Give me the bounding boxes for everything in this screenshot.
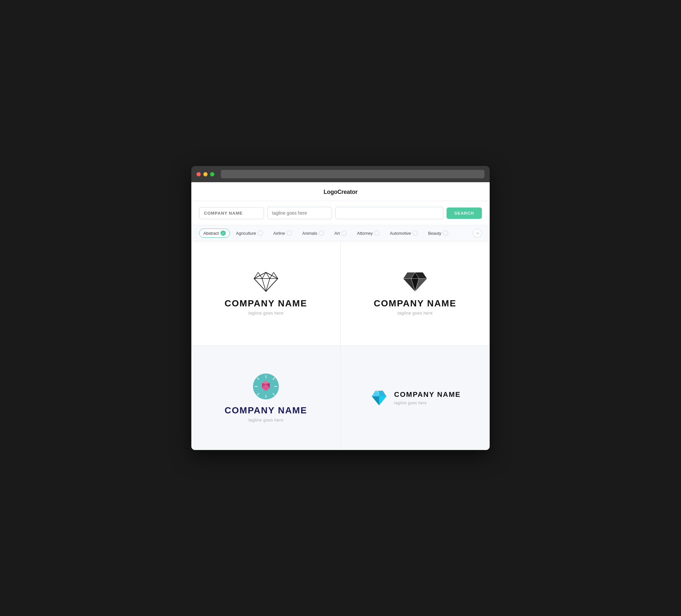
filter-label-airline: Airline [273, 231, 285, 236]
filter-label-automotive: Automotive [390, 231, 411, 236]
app-title: LogoCreator [324, 189, 358, 195]
filter-label-abstract: Abstract [203, 231, 219, 236]
blue-diamond-icon [369, 389, 389, 407]
app-header: LogoCreator [191, 182, 490, 201]
filter-chip-animals[interactable]: Animals [298, 229, 328, 238]
svg-marker-0 [254, 272, 278, 291]
logo4-inline-container: COMPANY NAME tagline goes here [369, 389, 460, 407]
logo-card-1[interactable]: COMPANY NAME tagline goes here [192, 241, 340, 345]
app-body: LogoCreator SEARCH Abstract ✓ Agricultur… [191, 182, 490, 450]
filter-chip-automotive[interactable]: Automotive [385, 229, 422, 238]
logo-card-2[interactable]: COMPANY NAME tagline goes here [341, 241, 489, 345]
filter-label-animals: Animals [302, 231, 317, 236]
logo1-company-name: COMPANY NAME [225, 298, 307, 309]
logo4-tagline: tagline goes here [394, 401, 460, 405]
logo3-company-name: COMPANY NAME [225, 405, 307, 416]
logo2-tagline: tagline goes here [398, 311, 433, 315]
minimize-button-icon[interactable] [203, 172, 207, 176]
check-icon-automotive [412, 231, 418, 236]
check-icon-art [342, 231, 347, 236]
extra-input[interactable] [335, 207, 443, 219]
address-bar[interactable] [221, 170, 484, 178]
filter-next-arrow[interactable]: → [473, 229, 482, 238]
gem-sparkle-svg [253, 374, 279, 400]
gem-circle-icon [253, 374, 279, 400]
svg-marker-35 [372, 396, 379, 405]
logo3-tagline: tagline goes here [248, 417, 283, 422]
logo4-text-container: COMPANY NAME tagline goes here [394, 390, 460, 405]
svg-line-4 [258, 272, 262, 279]
browser-window: LogoCreator SEARCH Abstract ✓ Agricultur… [191, 166, 490, 450]
filter-label-beauty: Beauty [428, 231, 441, 236]
logo-card-4[interactable]: COMPANY NAME tagline goes here [341, 346, 489, 450]
svg-line-5 [270, 272, 274, 279]
filter-chip-attorney[interactable]: Attorney [353, 229, 384, 238]
company-name-input[interactable] [199, 207, 264, 219]
logo-card-3[interactable]: COMPANY NAME tagline goes here [192, 346, 340, 450]
filter-label-attorney: Attorney [357, 231, 373, 236]
search-bar: SEARCH [191, 201, 490, 225]
check-icon-beauty [443, 231, 448, 236]
close-button-icon[interactable] [197, 172, 201, 176]
filter-chip-abstract[interactable]: Abstract ✓ [199, 229, 230, 238]
svg-marker-36 [379, 396, 386, 405]
check-icon-attorney [374, 231, 379, 236]
filter-label-agriculture: Agriculture [236, 231, 256, 236]
filter-bar: Abstract ✓ Agriculture Airline Animals A… [191, 225, 490, 241]
logo1-tagline: tagline goes here [248, 311, 283, 315]
logo4-company-name: COMPANY NAME [394, 390, 460, 399]
search-button[interactable]: SEARCH [447, 207, 482, 219]
maximize-button-icon[interactable] [210, 172, 215, 176]
filled-diamond-icon [402, 272, 428, 292]
filter-chip-beauty[interactable]: Beauty [424, 229, 452, 238]
check-icon-animals [319, 231, 324, 236]
outline-diamond-icon [253, 272, 279, 292]
browser-titlebar [191, 166, 490, 182]
check-icon-agriculture [258, 231, 263, 236]
tagline-input[interactable] [267, 207, 332, 219]
filter-chip-airline[interactable]: Airline [269, 229, 296, 238]
logo-grid: COMPANY NAME tagline goes here COM [191, 241, 490, 450]
check-icon-abstract: ✓ [221, 231, 226, 236]
filter-chip-agriculture[interactable]: Agriculture [232, 229, 267, 238]
filter-chip-art[interactable]: Art [330, 229, 351, 238]
check-icon-airline [287, 231, 292, 236]
filter-label-art: Art [334, 231, 340, 236]
svg-marker-38 [379, 391, 386, 396]
logo2-company-name: COMPANY NAME [374, 298, 457, 309]
